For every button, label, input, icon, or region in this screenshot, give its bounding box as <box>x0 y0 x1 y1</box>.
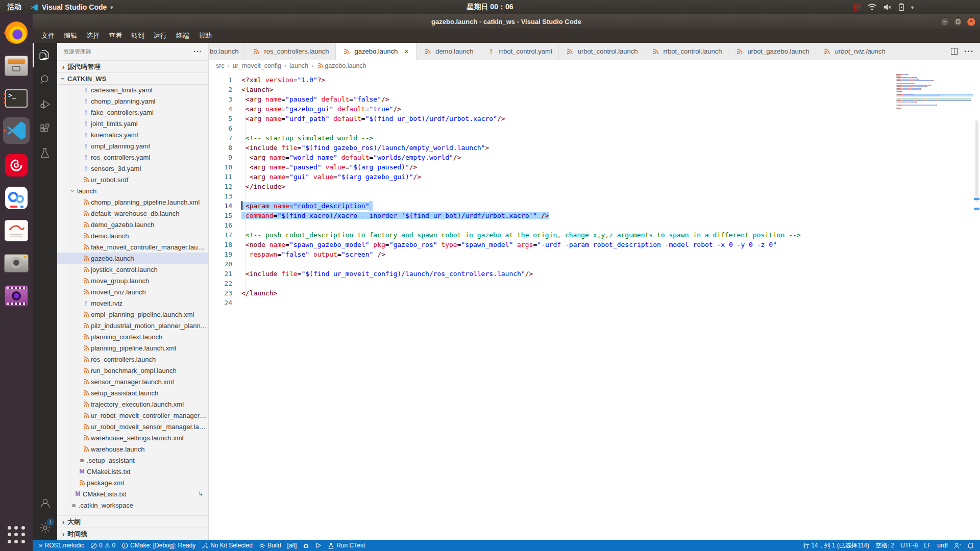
status-encoding[interactable]: UTF-8 <box>897 542 921 549</box>
menu-item-查看[interactable]: 查看 <box>104 31 127 40</box>
file-ur_robot_moveit_controller_manager[interactable]: ur_robot_moveit_controller_manager… <box>57 410 208 421</box>
camera-icon[interactable] <box>3 250 30 277</box>
file-kinematics.yaml[interactable]: !kinematics.yaml <box>57 129 208 140</box>
status-language-mode[interactable]: urdf <box>934 542 951 549</box>
file-trajectory_execution.launch.xml[interactable]: trajectory_execution.launch.xml <box>57 398 208 410</box>
status-feedback[interactable]: ? <box>951 542 964 549</box>
tab-demo.launch[interactable]: demo.launch <box>416 43 480 60</box>
status-problems[interactable]: 0⚠0 <box>87 542 118 549</box>
breadcrumb-item-gazebo.launch[interactable]: gazebo.launch <box>325 62 366 69</box>
search-icon[interactable] <box>33 67 57 92</box>
file-run_benchmark_ompl.launch[interactable]: run_benchmark_ompl.launch <box>57 365 208 376</box>
activities-button[interactable]: 活动 <box>7 3 21 12</box>
code-editor[interactable]: 1<?xml version="1.0"?>2<launch>3 <arg na… <box>209 72 980 540</box>
file-gazebo.launch[interactable]: gazebo.launch <box>57 253 208 264</box>
sidebar-section-源代码管理[interactable]: ›源代码管理 <box>57 60 208 72</box>
explorer-icon[interactable] <box>33 43 57 67</box>
clock[interactable]: 星期日 00：06 <box>0 3 980 12</box>
file-.setup_assistant[interactable]: ≡.setup_assistant <box>57 455 208 466</box>
settings-gear-icon[interactable]: 1 <box>33 515 57 540</box>
close-button[interactable]: × <box>967 17 976 27</box>
file-ur_robot.srdf[interactable]: ur_robot.srdf <box>57 174 208 185</box>
tab-rrbot_control.yaml[interactable]: !rrbot_control.yaml <box>480 43 559 60</box>
app-menu-button[interactable]: Visual Studio Code ▾ <box>31 3 113 11</box>
minimap[interactable] <box>896 74 973 111</box>
menu-item-转到[interactable]: 转到 <box>127 31 149 40</box>
status-cmake-target[interactable]: [all] <box>284 542 300 549</box>
file-chomp_planning.yaml[interactable]: !chomp_planning.yaml <box>57 95 208 107</box>
file-joint_limits.yaml[interactable]: !joint_limits.yaml <box>57 118 208 129</box>
menu-item-帮助[interactable]: 帮助 <box>194 31 216 40</box>
status-cmake-kit[interactable]: No Kit Selected <box>199 542 256 549</box>
tab-ros_controllers.launch[interactable]: ros_controllers.launch <box>245 43 335 60</box>
folder-launch[interactable]: ›launch <box>57 185 208 196</box>
file-cartesian_limits.yaml[interactable]: !cartesian_limits.yaml <box>57 84 208 95</box>
baidu-netdisk-icon[interactable] <box>3 185 30 211</box>
menu-item-文件[interactable]: 文件 <box>37 31 59 40</box>
status-ros-version[interactable]: ×ROS1.melodic <box>36 542 87 549</box>
file-demo.launch[interactable]: demo.launch <box>57 230 208 241</box>
status-cmake-status[interactable]: CMake: [Debug]: Ready <box>118 542 199 549</box>
vscode-icon[interactable] <box>3 117 30 144</box>
status-eol[interactable]: LF <box>921 542 934 549</box>
tab-rrbot_control.launch[interactable]: rrbot_control.launch <box>644 43 728 60</box>
file-ros_controllers.launch[interactable]: ros_controllers.launch <box>57 354 208 365</box>
file-chomp_planning_pipeline.launch.xml[interactable]: chomp_planning_pipeline.launch.xml <box>57 196 208 208</box>
file-moveit.rviz[interactable]: !moveit.rviz <box>57 297 208 309</box>
debug-icon[interactable] <box>33 92 57 116</box>
tab-urbot_control.launch[interactable]: urbot_control.launch <box>559 43 645 60</box>
file-pilz_industrial_motion_planner_plann[interactable]: pilz_industrial_motion_planner_plann… <box>57 320 208 331</box>
file-warehouse_settings.launch.xml[interactable]: warehouse_settings.launch.xml <box>57 432 208 443</box>
status-cursor-position[interactable]: 行 14，列 1 (已选择114) <box>800 541 872 550</box>
file-fake_controllers.yaml[interactable]: !fake_controllers.yaml <box>57 107 208 118</box>
video-player-icon[interactable] <box>3 283 30 309</box>
status-cmake-build[interactable]: Build <box>256 542 284 549</box>
account-icon[interactable] <box>33 491 57 515</box>
file-ros_controllers.yaml[interactable]: !ros_controllers.yaml <box>57 152 208 163</box>
file-ompl_planning.yaml[interactable]: !ompl_planning.yaml <box>57 140 208 152</box>
tab-gazebo.launch[interactable]: gazebo.launch× <box>336 43 417 60</box>
more-actions-icon[interactable]: ··· <box>964 47 974 56</box>
tab-bo.launch[interactable]: bo.launch <box>209 43 245 60</box>
minimize-button[interactable]: − <box>940 17 949 27</box>
breadcrumb-item-src[interactable]: src <box>216 62 225 69</box>
status-cmake-debug[interactable] <box>300 542 312 549</box>
menu-item-选择[interactable]: 选择 <box>82 31 104 40</box>
tab-urbot_gazebo.launch[interactable]: urbot_gazebo.launch <box>728 43 816 60</box>
firefox-icon[interactable] <box>3 19 30 46</box>
wps-reader-icon[interactable] <box>3 217 30 244</box>
sidebar-section-时间线[interactable]: ›时间线 <box>57 528 208 540</box>
file-moveit_rviz.launch[interactable]: moveit_rviz.launch <box>57 286 208 297</box>
sidebar-section-大纲[interactable]: ›大纲 <box>57 515 208 528</box>
scrollbar-thumb[interactable] <box>975 120 978 202</box>
file-planning_pipeline.launch.xml[interactable]: planning_pipeline.launch.xml <box>57 342 208 354</box>
file-sensor_manager.launch.xml[interactable]: sensor_manager.launch.xml <box>57 376 208 387</box>
file-CMakeLists.txt[interactable]: MCMakeLists.txt <box>57 466 208 477</box>
status-cmake-launch[interactable] <box>312 542 325 548</box>
file-demo_gazebo.launch[interactable]: demo_gazebo.launch <box>57 219 208 230</box>
file-manager-icon[interactable] <box>3 53 30 79</box>
breadcrumb-item-launch[interactable]: launch <box>289 62 308 69</box>
file-joystick_control.launch[interactable]: joystick_control.launch <box>57 264 208 275</box>
file-warehouse.launch[interactable]: warehouse.launch <box>57 443 208 455</box>
extensions-icon[interactable] <box>33 116 57 141</box>
menu-item-运行[interactable]: 运行 <box>149 31 172 40</box>
workspace-root[interactable]: ›CATKIN_WS <box>57 72 208 84</box>
status-notifications[interactable] <box>964 542 977 549</box>
file-sensors_3d.yaml[interactable]: !sensors_3d.yaml <box>57 163 208 174</box>
file-setup_assistant.launch[interactable]: setup_assistant.launch <box>57 387 208 398</box>
status-indentation[interactable]: 空格: 2 <box>872 541 897 550</box>
file-default_warehouse_db.launch[interactable]: default_warehouse_db.launch <box>57 208 208 219</box>
breadcrumb-item-ur_moveit_config[interactable]: ur_moveit_config <box>233 62 281 69</box>
title-bar[interactable]: gazebo.launch - catkin_ws - Visual Studi… <box>33 14 980 29</box>
file-package.xml[interactable]: package.xml <box>57 477 208 488</box>
file-move_group.launch[interactable]: move_group.launch <box>57 275 208 286</box>
show-applications-icon[interactable] <box>6 524 27 545</box>
file-ur_robot_moveit_sensor_manager.la[interactable]: ur_robot_moveit_sensor_manager.la… <box>57 421 208 432</box>
test-icon[interactable] <box>33 141 57 165</box>
file-fake_moveit_controller_manager.lau[interactable]: fake_moveit_controller_manager.lau… <box>57 241 208 253</box>
split-editor-icon[interactable] <box>950 47 958 55</box>
tab-urbot_rviz.launch[interactable]: urbot_rviz.launch <box>816 43 892 60</box>
file-planning_context.launch[interactable]: planning_context.launch <box>57 331 208 342</box>
file-.catkin_workspace[interactable]: ≡.catkin_workspace <box>57 499 208 511</box>
